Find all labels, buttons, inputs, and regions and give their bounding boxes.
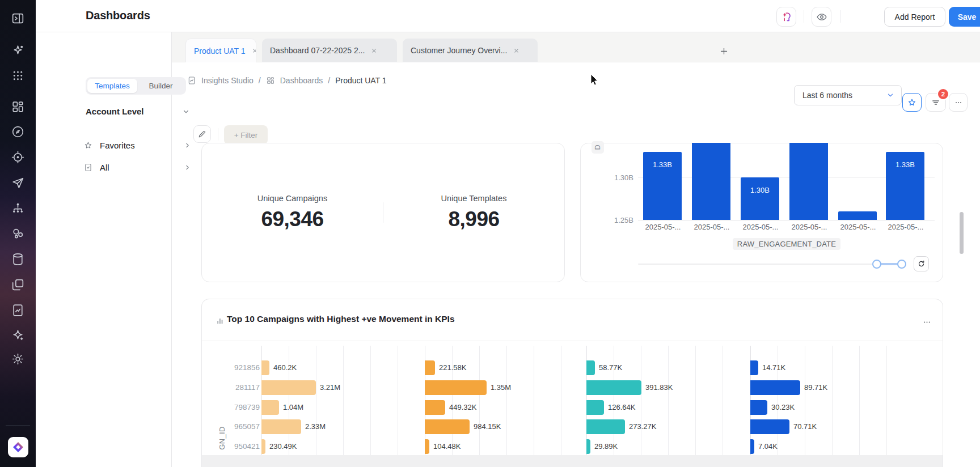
page-scrollbar-thumb[interactable] bbox=[960, 212, 964, 254]
database-icon[interactable] bbox=[11, 252, 25, 266]
hbar-value-label: 89.71K bbox=[804, 383, 827, 392]
bar-value-label: 1.33B bbox=[886, 160, 924, 169]
bar-3: 1.30B bbox=[741, 177, 779, 220]
toggle-builder[interactable]: Builder bbox=[137, 79, 184, 93]
dashboard-tab-strip: Product UAT 1 Dashboard 07-22-2025 2... … bbox=[172, 32, 980, 62]
dashboards-icon bbox=[266, 76, 275, 85]
add-filter-button[interactable]: + Filter bbox=[224, 125, 268, 145]
series-panel-1 bbox=[261, 346, 400, 455]
hbar-series4-row1 bbox=[750, 360, 758, 375]
kpi-label: Unique Templates bbox=[441, 194, 507, 203]
bar-chart-icon bbox=[216, 316, 225, 325]
breadcrumb-dashboards[interactable]: Dashboards bbox=[280, 76, 323, 85]
ellipsis-icon bbox=[922, 317, 932, 327]
bar-chart-icon bbox=[216, 316, 225, 325]
favorite-dashboard-button[interactable] bbox=[902, 93, 922, 112]
bar-1: 1.33B bbox=[643, 152, 682, 220]
x-axis-title-text: RAW_ENGAGEMENT_DATE bbox=[733, 238, 840, 250]
tab-customer-journey-overview[interactable]: Customer Journey Overvi... bbox=[403, 39, 538, 62]
bubbles-icon[interactable] bbox=[11, 227, 25, 241]
icon-rail bbox=[0, 0, 36, 467]
chevron-down-icon[interactable] bbox=[182, 108, 190, 116]
y-tick: 1.25B bbox=[601, 216, 633, 224]
sidebar-item-all[interactable]: All bbox=[83, 160, 191, 174]
hbar-value-label: 29.89K bbox=[594, 442, 618, 451]
chevron-right-icon bbox=[184, 142, 191, 149]
refresh-chart-button[interactable] bbox=[914, 256, 929, 271]
bar-6: 1.33B bbox=[886, 152, 924, 220]
layers-icon[interactable] bbox=[11, 278, 25, 292]
hbar-value-label: 70.71K bbox=[793, 422, 817, 431]
x-tick: 2025-05-... bbox=[687, 223, 736, 231]
x-axis-line bbox=[638, 220, 935, 220]
report-doc-icon[interactable] bbox=[11, 303, 25, 317]
toggle-templates[interactable]: Templates bbox=[87, 79, 137, 93]
save-button[interactable]: Save bbox=[949, 7, 980, 27]
hbar-series1-row2 bbox=[261, 380, 316, 395]
compass-icon[interactable] bbox=[11, 125, 25, 139]
hbar-series3-row2 bbox=[586, 380, 641, 395]
tab-label: Dashboard 07-22-2025 2... bbox=[270, 46, 365, 55]
kpi-card: Unique Campaigns 69,346 Unique Templates… bbox=[201, 143, 565, 282]
hbar-value-label: 984.15K bbox=[474, 422, 501, 431]
category-label: 798739 bbox=[213, 403, 260, 411]
zoom-slider-track bbox=[638, 264, 902, 265]
close-icon[interactable] bbox=[513, 47, 520, 54]
breadcrumb-insights-studio[interactable]: Insights Studio bbox=[201, 76, 254, 85]
app-window: Dashboards Add Report Save bbox=[0, 0, 980, 467]
tab-label: Customer Journey Overvi... bbox=[411, 46, 507, 55]
gear-icon[interactable] bbox=[11, 352, 25, 366]
close-icon[interactable] bbox=[251, 47, 256, 54]
ai-assistant-button[interactable] bbox=[776, 7, 796, 27]
zoom-slider-handle-left[interactable] bbox=[872, 260, 881, 269]
x-tick: 2025-05-... bbox=[834, 223, 882, 231]
sparkle-icon[interactable] bbox=[11, 328, 25, 342]
date-range-value: Last 6 months bbox=[802, 91, 852, 100]
rail-divider bbox=[6, 425, 30, 426]
breadcrumb: Insights Studio / Dashboards / Product U… bbox=[187, 74, 387, 87]
hierarchy-icon[interactable] bbox=[11, 201, 25, 215]
add-report-button[interactable]: Add Report bbox=[884, 7, 945, 27]
close-icon[interactable] bbox=[370, 47, 378, 54]
send-icon[interactable] bbox=[11, 176, 25, 190]
mouse-cursor bbox=[590, 74, 599, 86]
hbar-value-label: 221.58K bbox=[439, 363, 466, 372]
date-range-select[interactable]: Last 6 months bbox=[794, 85, 902, 105]
brand-logo[interactable] bbox=[8, 437, 28, 457]
x-tick: 2025-05-... bbox=[881, 223, 930, 231]
hbar-series2-row2 bbox=[425, 380, 487, 395]
kpi-unique-campaigns: Unique Campaigns 69,346 bbox=[202, 143, 383, 282]
bar-series: 1.33B1.30B1.33B bbox=[638, 143, 936, 220]
sidebar-item-favorites[interactable]: Favorites bbox=[83, 138, 191, 152]
tab-product-uat-1[interactable]: Product UAT 1 bbox=[185, 39, 256, 62]
new-tab-button[interactable] bbox=[716, 44, 731, 58]
header-separator bbox=[804, 10, 804, 23]
zoom-slider-handle-right[interactable] bbox=[897, 260, 906, 269]
series-panel-3 bbox=[586, 346, 725, 455]
series-panel-2 bbox=[425, 346, 564, 455]
tab-dashboard-07-22-2025[interactable]: Dashboard 07-22-2025 2... bbox=[262, 39, 397, 62]
grid-dots-icon[interactable] bbox=[11, 69, 25, 83]
ai-sparkles-icon[interactable] bbox=[11, 44, 25, 58]
hbar-value-label: 449.32K bbox=[449, 403, 476, 411]
bar-2 bbox=[692, 143, 730, 220]
dashboard-more-button[interactable] bbox=[949, 93, 968, 112]
chart-more-button[interactable] bbox=[920, 315, 933, 329]
target-icon[interactable] bbox=[11, 150, 25, 164]
preview-button[interactable] bbox=[812, 7, 831, 27]
y-axis-title: GN_ID bbox=[218, 421, 226, 455]
series-panel-4 bbox=[750, 346, 889, 455]
hbar-series4-row5 bbox=[750, 439, 754, 454]
hbar-series3-row3 bbox=[586, 400, 604, 415]
toolbar-separator bbox=[218, 128, 218, 141]
pencil-icon bbox=[197, 129, 207, 139]
page-title: Dashboards bbox=[86, 9, 150, 22]
hbar-series2-row3 bbox=[425, 400, 445, 415]
edit-dashboard-button[interactable] bbox=[193, 125, 211, 143]
dashboards-icon[interactable] bbox=[11, 100, 25, 114]
x-axis-title: RAW_ENGAGEMENT_DATE bbox=[715, 238, 859, 250]
filter-count-badge: 2 bbox=[937, 88, 949, 100]
hbar-series1-row3 bbox=[261, 400, 279, 415]
hbar-series2-row5 bbox=[425, 439, 429, 454]
collapse-sidebar-icon[interactable] bbox=[11, 11, 25, 26]
